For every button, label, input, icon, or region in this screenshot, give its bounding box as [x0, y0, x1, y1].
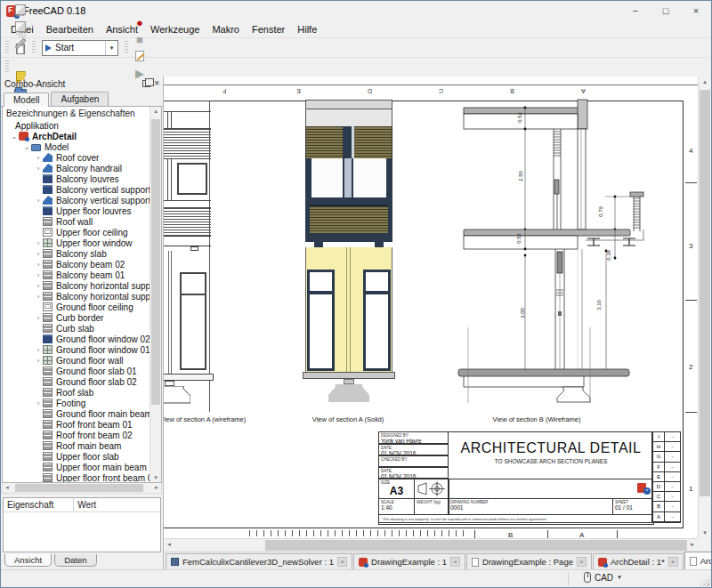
expand-chevron-icon[interactable]: ⌄ — [22, 143, 31, 151]
scrollbar-thumb[interactable] — [700, 90, 710, 496]
resize-grip[interactable] — [700, 576, 710, 586]
toolbar-grip[interactable] — [5, 41, 9, 54]
tree-item[interactable]: ›Balcony handrail — [3, 163, 150, 173]
expand-chevron-icon[interactable]: › — [34, 399, 43, 407]
tab-close-icon[interactable]: × — [337, 557, 347, 567]
tab-close-icon[interactable]: × — [577, 557, 587, 567]
scrollbar-thumb[interactable] — [265, 540, 687, 551]
panel-close-icon[interactable]: × — [154, 80, 159, 87]
expand-chevron-icon[interactable]: › — [34, 239, 43, 247]
toolbar-grip[interactable] — [32, 41, 36, 54]
tab-daten[interactable]: Daten — [54, 554, 96, 567]
tree-item[interactable]: ›Balcony horizontal support 01 — [3, 280, 150, 291]
expand-chevron-icon[interactable]: › — [34, 165, 43, 173]
drawing-viewport[interactable]: FEDCBA4321BA — [164, 77, 698, 538]
tree-item[interactable]: ›Footing — [3, 398, 150, 408]
menu-item-werkzeuge[interactable]: Werkzeuge — [144, 22, 206, 36]
tree-item[interactable]: Roof slab — [3, 387, 150, 398]
expand-chevron-icon[interactable]: › — [34, 154, 43, 162]
tree-item-application[interactable]: Applikation — [3, 120, 150, 131]
tree-item[interactable]: ›Balcony slab — [3, 248, 150, 259]
close-button[interactable]: × — [681, 1, 711, 20]
menu-item-fenster[interactable]: Fenster — [246, 22, 291, 36]
view-section-a-wireframe[interactable] — [164, 101, 210, 412]
tree-item[interactable]: Upper floor ceiling — [3, 227, 150, 238]
document-tab[interactable]: ArchDetail : 1*× — [593, 553, 684, 569]
tree-item[interactable]: Balcony vertical support 02 — [3, 184, 150, 195]
expand-chevron-icon[interactable]: › — [34, 197, 43, 205]
macro-stop-icon[interactable]: ■ — [131, 31, 149, 48]
tree-item[interactable]: Upper floor louvres — [3, 205, 150, 216]
viewport-horizontal-scrollbar[interactable] — [164, 538, 698, 552]
tree-item-archdetail[interactable]: ⌄ArchDetail — [3, 131, 150, 141]
document-tab[interactable]: DrawingExample : Page× — [466, 553, 592, 569]
expand-chevron-icon[interactable]: › — [34, 282, 43, 290]
toolbar-grip[interactable] — [5, 60, 9, 74]
navigation-style-combo[interactable]: CAD ▼ — [584, 572, 622, 583]
tab-ansicht[interactable]: Ansicht — [4, 554, 52, 567]
expand-chevron-icon[interactable]: › — [34, 250, 43, 258]
expand-chevron-icon[interactable]: › — [34, 346, 43, 354]
macro-workbench-combo[interactable]: Start ▾ — [42, 40, 118, 56]
tree-item[interactable]: Ground floor ceiling — [3, 302, 150, 312]
menu-item-hilfe[interactable]: Hilfe — [291, 22, 323, 36]
tree-item[interactable]: Roof front beam 02 — [3, 430, 150, 440]
measure-icon[interactable] — [12, 35, 29, 52]
document-tab[interactable]: FemCalculixCantilever3D_newSolver : 1× — [166, 553, 352, 569]
expand-chevron-icon[interactable]: › — [34, 271, 43, 279]
tree-item[interactable]: ›Ground floor wall — [3, 355, 150, 366]
tree-item[interactable]: Curb slab — [3, 323, 150, 334]
tab-modell[interactable]: Modell — [4, 93, 49, 107]
techdraw-new-page-icon[interactable] — [12, 68, 29, 85]
tree-item[interactable]: ›Ground floor window 01 — [3, 344, 150, 355]
tree-item[interactable]: Balcony louvres — [3, 173, 150, 184]
tree-item[interactable]: Ground floor slab 01 — [3, 366, 150, 376]
tree-item[interactable]: ›Roof cover — [3, 152, 150, 163]
expand-chevron-icon[interactable]: › — [34, 357, 43, 365]
bottom-view-icon[interactable] — [12, 1, 29, 18]
tree-vertical-scrollbar[interactable] — [150, 107, 161, 482]
tree-item[interactable]: Roof front beam 01 — [3, 419, 150, 430]
tree-item[interactable]: Roof main beam — [3, 440, 150, 451]
nav-dropdown-icon[interactable]: ▼ — [617, 575, 622, 580]
tree-item[interactable]: ›Balcony vertical support 01 — [3, 195, 150, 205]
macro-edit-icon[interactable] — [131, 48, 149, 65]
tree-item[interactable]: Upper floor main beam — [3, 462, 150, 472]
tree-item[interactable]: ›Balcony beam 01 — [3, 270, 150, 280]
tree-item[interactable]: Upper floor front beam 02 — [3, 472, 150, 482]
view-section-a-solid[interactable] — [305, 100, 392, 407]
macro-record-icon[interactable]: ● — [131, 14, 149, 31]
tree-item[interactable]: Ground floor window 02 — [3, 334, 150, 344]
tree-item-model[interactable]: ⌄Model — [3, 141, 150, 152]
minimize-button[interactable]: − — [620, 1, 651, 20]
left-view-icon[interactable] — [12, 18, 29, 35]
tab-close-icon[interactable]: × — [450, 557, 460, 567]
tree-item[interactable]: ›Balcony horizontal support 02 — [3, 291, 150, 302]
expand-chevron-icon[interactable]: › — [34, 293, 43, 301]
tree-item[interactable]: ›Balcony beam 02 — [3, 259, 150, 270]
scrollbar-thumb[interactable] — [15, 484, 143, 492]
tab-aufgaben[interactable]: Aufgaben — [51, 92, 109, 106]
scrollbar-thumb[interactable] — [151, 119, 160, 405]
viewport-vertical-scrollbar[interactable] — [698, 77, 711, 538]
expand-chevron-icon[interactable]: › — [34, 261, 43, 269]
tree-item[interactable]: Roof wall — [3, 216, 150, 227]
expand-chevron-icon[interactable]: ⌄ — [10, 133, 19, 141]
toolbar-grip[interactable] — [125, 41, 128, 54]
tree-item[interactable]: ›Curb border — [3, 312, 150, 323]
tree-item[interactable]: Ground floor main beam — [3, 408, 150, 419]
document-tab[interactable]: ArchDetail : Page A3*× — [684, 552, 712, 569]
menu-item-bearbeiten[interactable]: Bearbeiten — [40, 22, 100, 36]
view-section-b-wireframe[interactable] — [448, 98, 666, 405]
combo-dropdown-icon[interactable]: ▾ — [105, 41, 117, 55]
document-tab[interactable]: DrawingExample : 1× — [353, 553, 465, 569]
expand-chevron-icon[interactable]: › — [34, 314, 43, 322]
menu-item-makro[interactable]: Makro — [206, 22, 246, 36]
tree-horizontal-scrollbar[interactable] — [2, 483, 162, 494]
tree-item[interactable]: Upper floor slab — [3, 451, 150, 462]
panel-float-icon[interactable] — [142, 80, 150, 87]
tab-close-icon[interactable]: × — [668, 557, 678, 567]
maximize-button[interactable]: □ — [651, 1, 681, 20]
tree-item[interactable]: ›Upper floor window — [3, 238, 150, 248]
tree-item[interactable]: Ground floor slab 02 — [3, 376, 150, 387]
